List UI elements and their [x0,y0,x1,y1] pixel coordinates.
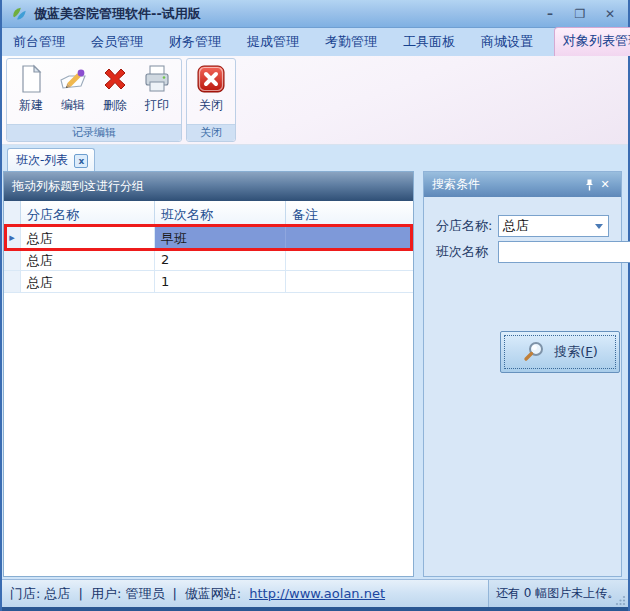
search-icon [522,340,546,364]
close-icon[interactable]: ✕ [600,6,620,22]
chevron-down-icon[interactable] [595,224,603,229]
status-store: 门店: 总店 [10,585,71,603]
edit-button-label: 编辑 [61,97,85,114]
group-close: 关闭 关闭 [186,58,236,142]
delete-button-label: 删除 [103,97,127,114]
search-button-text-suffix: ) [593,344,598,359]
cell-store[interactable]: 总店 [21,249,155,270]
tab-commission[interactable]: 提成管理 [242,29,304,56]
close-tab-button-label: 关闭 [199,97,223,114]
cell-note[interactable] [286,271,413,292]
cell-shift[interactable]: 2 [155,249,286,270]
column-header-shift-name[interactable]: 班次名称 [155,201,286,226]
status-site-label: 傲蓝网站: [185,585,241,603]
store-name-field-row: 分店名称: 总店 [436,215,609,237]
print-button[interactable]: 打印 [136,61,178,124]
resize-grip-icon[interactable] [615,595,626,606]
search-button-accesskey: F [585,344,592,359]
cell-store[interactable]: 总店 [21,227,155,248]
search-button-label: 搜索(F) [554,343,598,361]
shift-name-field-row: 班次名称 [436,241,609,263]
store-name-dropdown-value: 总店 [503,217,529,235]
status-left: 门店: 总店 | 用户: 管理员 | 傲蓝网站: http://www.aola… [2,585,488,603]
group-label-record-edit: 记录编辑 [7,124,181,141]
edit-button[interactable]: 编辑 [52,61,94,124]
delete-x-icon [99,63,131,95]
search-button[interactable]: 搜索(F) [500,331,620,373]
close-red-icon [195,63,227,95]
tab-object-list-management[interactable]: 对象列表管理 [554,27,630,56]
table-row[interactable]: ▸ 总店 早班 [4,227,413,249]
tab-members[interactable]: 会员管理 [86,29,148,56]
ribbon-tab-bar: 前台管理 会员管理 财务管理 提成管理 考勤管理 工具面板 商城设置 对象列表管… [2,28,628,56]
panel-close-icon[interactable]: ✕ [597,177,613,193]
delete-button[interactable]: 删除 [94,61,136,124]
app-logo-icon [10,5,28,23]
cell-note[interactable] [286,249,413,270]
group-label-close: 关闭 [187,124,235,141]
edit-pencil-icon [57,63,89,95]
titlebar: 傲蓝美容院管理软件--试用版 – ❐ ✕ [2,0,628,28]
printer-icon [141,63,173,95]
grid-header-indicator [4,201,21,226]
search-panel-title: 搜索条件 [432,176,581,193]
cell-shift[interactable]: 早班 [155,227,286,248]
column-header-note[interactable]: 备注 [286,201,413,226]
document-tab-close-icon[interactable]: x [74,154,88,168]
cell-store[interactable]: 总店 [21,271,155,292]
status-upload-text: 还有 0 幅图片未上传。 [496,585,619,602]
maximize-icon[interactable]: ❐ [570,6,590,22]
ribbon-toolbar: 新建 编辑 删除 [2,56,628,145]
minimize-icon[interactable]: – [540,6,560,22]
document-tab-shift-list[interactable]: 班次-列表 x [7,148,95,172]
shift-grid: 拖动列标题到这进行分组 分店名称 班次名称 备注 ▸ 总店 早班 总店 2 [3,171,414,577]
search-button-text: 搜索( [554,344,585,359]
status-upload-info: 还有 0 幅图片未上传。 [488,580,628,607]
tab-tools[interactable]: 工具面板 [398,29,460,56]
table-row[interactable]: 总店 1 [4,271,413,293]
group-by-drop-zone[interactable]: 拖动列标题到这进行分组 [4,172,413,201]
status-bar: 门店: 总店 | 用户: 管理员 | 傲蓝网站: http://www.aola… [2,579,628,611]
search-panel-header: 搜索条件 ✕ [424,172,621,197]
group-record-edit: 新建 编辑 删除 [6,58,182,142]
new-button-label: 新建 [19,97,43,114]
status-user: 用户: 管理员 [91,585,165,603]
column-header-store-name[interactable]: 分店名称 [21,201,155,226]
new-button[interactable]: 新建 [10,61,52,124]
print-button-label: 打印 [145,97,169,114]
aolan-website-link[interactable]: http://www.aolan.net [249,586,385,601]
status-separator: | [79,586,83,601]
row-indicator-arrow-icon: ▸ [4,227,21,248]
store-name-label: 分店名称: [436,217,498,235]
tab-finance[interactable]: 财务管理 [164,29,226,56]
cell-note[interactable] [286,227,413,248]
close-tab-button[interactable]: 关闭 [190,61,232,124]
store-name-dropdown[interactable]: 总店 [498,215,609,237]
tab-attendance[interactable]: 考勤管理 [320,29,382,56]
search-condition-panel: 搜索条件 ✕ 分店名称: 总店 班次名称 [423,171,622,577]
tab-mall-settings[interactable]: 商城设置 [476,29,538,56]
window-title: 傲蓝美容院管理软件--试用版 [34,5,201,23]
document-tab-label: 班次-列表 [16,152,68,169]
table-row[interactable]: 总店 2 [4,249,413,271]
row-indicator [4,249,21,270]
tab-front-desk[interactable]: 前台管理 [8,29,70,56]
status-separator: | [172,586,176,601]
app-window: 傲蓝美容院管理软件--试用版 – ❐ ✕ 前台管理 会员管理 财务管理 提成管理… [0,0,630,611]
grid-header-row: 分店名称 班次名称 备注 [4,201,413,227]
row-indicator [4,271,21,292]
workspace: 班次-列表 x 拖动列标题到这进行分组 分店名称 班次名称 备注 ▸ 总店 早班… [2,145,628,579]
shift-name-label: 班次名称 [436,243,498,261]
shift-name-input[interactable] [498,241,630,263]
pin-icon[interactable] [581,177,597,193]
window-controls: – ❐ ✕ [540,6,620,22]
new-document-icon [15,63,47,95]
cell-shift[interactable]: 1 [155,271,286,292]
